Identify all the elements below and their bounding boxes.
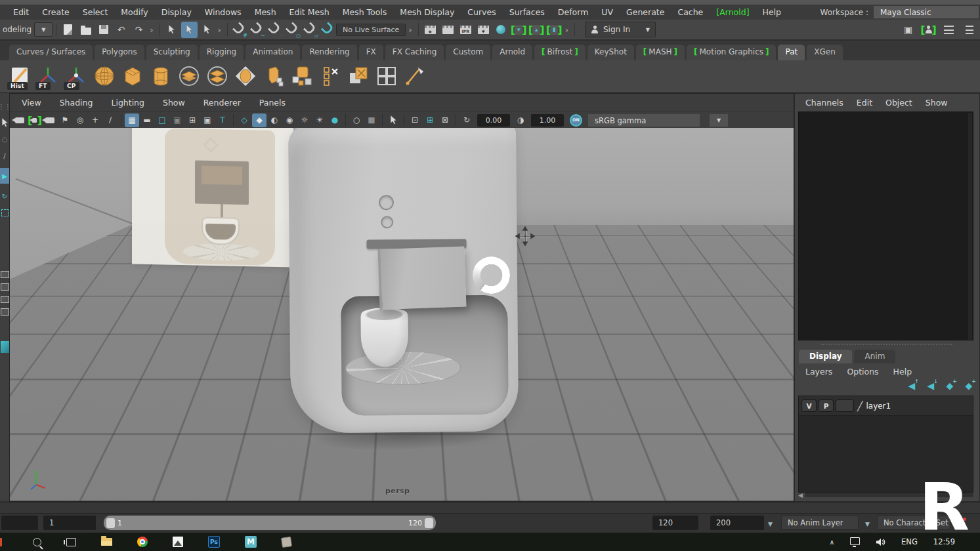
shelf-tab-rigging[interactable]: Rigging [200, 45, 244, 60]
colorspace-dropdown-arrow[interactable]: ▼ [710, 114, 728, 127]
menu-curves[interactable]: Curves [461, 7, 502, 17]
shelf-tab-mash[interactable]: [MASH] [636, 45, 685, 60]
textured-icon[interactable]: ◉ [282, 113, 297, 127]
select-tool-icon[interactable] [1, 119, 9, 127]
select-camera-icon[interactable] [12, 113, 27, 127]
wireframe-icon[interactable]: ◇ [237, 113, 251, 127]
shelf-tab-sculpting[interactable]: Sculpting [146, 45, 198, 60]
snap-curve-icon[interactable]: ~ [249, 22, 265, 38]
layer-name[interactable]: layer1 [866, 401, 891, 411]
smooth-shade-icon[interactable]: ◆ [252, 113, 266, 127]
character-set-dropdown[interactable]: No Character Set [877, 516, 950, 530]
range-slider[interactable]: 1 120 [104, 516, 436, 530]
grease-pencil-icon[interactable]: ∕ [103, 113, 117, 127]
taskbar-task-view-icon[interactable] [66, 538, 76, 546]
character-controls-icon[interactable] [920, 22, 937, 38]
layer-menu-options[interactable]: Options [847, 367, 878, 377]
use-all-lights-icon[interactable]: ☼ [297, 113, 312, 127]
save-scene-icon[interactable] [95, 22, 112, 38]
safe-action-icon[interactable]: ▣ [200, 113, 215, 127]
menu-mesh-display[interactable]: Mesh Display [393, 7, 461, 17]
shelf-item-history-tool[interactable]: Hist [7, 62, 33, 90]
anim-layer-dropdown[interactable]: No Anim Layer [781, 516, 859, 530]
menu-display[interactable]: Display [155, 7, 198, 17]
four-pane-layout-button[interactable] [1, 283, 9, 291]
paint-select-tool-icon[interactable]: ∕ [1, 152, 9, 159]
image-plane-icon[interactable]: ◎ [73, 113, 87, 127]
backface-culling-icon[interactable]: ■ [364, 113, 379, 127]
collapse-arrow[interactable]: › [150, 25, 153, 35]
arnold-render-icon[interactable]: ▴ [528, 22, 545, 38]
snap-projected-center-icon[interactable]: ○ [284, 22, 301, 38]
layer-tab-display[interactable]: Display [799, 350, 852, 363]
select-object-icon[interactable] [181, 22, 198, 38]
auto-keyframe-toggle[interactable] [953, 518, 966, 529]
channel-box-menu-channels[interactable]: Channels [805, 98, 843, 108]
new-empty-layer-icon[interactable]: ◆+ [943, 380, 956, 391]
shelf-item-smooth[interactable] [289, 62, 315, 90]
menu-mesh-tools[interactable]: Mesh Tools [336, 7, 394, 17]
modeling-toolkit-icon[interactable]: ▣ [900, 22, 916, 38]
anim-start-field[interactable] [1, 516, 38, 530]
network-icon[interactable] [850, 537, 860, 545]
menu-edit[interactable]: Edit [7, 7, 35, 17]
shelf-item-combine[interactable] [176, 62, 202, 90]
channel-box-toggle-icon[interactable] [961, 22, 977, 38]
flat-shade-icon[interactable]: ◐ [267, 113, 282, 127]
render-setup-icon[interactable] [493, 22, 509, 38]
channel-box-menu-edit[interactable]: Edit [857, 98, 872, 108]
bookmark-icon[interactable]: ⚑ [58, 113, 72, 127]
menu-deform[interactable]: Deform [551, 7, 595, 17]
anim-end-field[interactable]: 200 [710, 516, 764, 530]
make-live-icon[interactable] [320, 22, 336, 38]
occlusion-icon[interactable]: ● [328, 113, 342, 127]
menu-help[interactable]: Help [756, 7, 788, 17]
layer-color-swatch[interactable] [836, 399, 854, 412]
snap-point-icon[interactable]: · [266, 22, 283, 38]
anim-layer-dropdown-arrow[interactable]: ▼ [768, 521, 773, 527]
viewport-menu-lighting[interactable]: Lighting [111, 98, 144, 108]
attribute-editor-icon[interactable] [941, 22, 957, 38]
single-pane-layout-button[interactable] [1, 271, 9, 278]
persp-outliner-layout-button[interactable] [1, 296, 9, 303]
taskbar-photos-icon[interactable] [173, 537, 183, 547]
shelf-tab-pat[interactable]: Pat [778, 45, 805, 60]
playback-end-field[interactable]: 120 [652, 516, 698, 530]
menu-uv[interactable]: UV [595, 7, 620, 17]
shelf-item-poly-cylinder[interactable] [148, 62, 174, 90]
viewport-menu-panels[interactable]: Panels [259, 98, 286, 108]
character-set-dropdown-arrow[interactable]: ▼ [865, 521, 870, 527]
scale-tool-icon[interactable] [1, 209, 9, 216]
shelf-tab-fx-caching[interactable]: FX Caching [385, 45, 444, 60]
clock[interactable]: 12:59 [933, 537, 955, 546]
select-hierarchy-icon[interactable] [163, 22, 180, 38]
lasso-tool-icon[interactable]: ◌ [1, 135, 9, 143]
select-component-icon[interactable] [199, 22, 215, 38]
scroll-track[interactable] [805, 493, 973, 497]
hypershade-layout-button[interactable] [1, 308, 9, 316]
viewport-menu-view[interactable]: View [22, 98, 41, 108]
film-gate-icon[interactable]: ▬ [140, 113, 154, 127]
arnold-ipr-icon[interactable]: ▮ [546, 22, 563, 38]
range-end-handle[interactable] [425, 518, 433, 528]
sign-in-button[interactable]: Sign In▼ [585, 22, 656, 37]
two-d-pan-icon[interactable]: + [88, 113, 102, 127]
layer-menu-layers[interactable]: Layers [805, 367, 832, 377]
shelf-tab-curves-surfaces[interactable]: Curves / Surfaces [9, 45, 93, 60]
taskbar-file-explorer-icon[interactable] [101, 538, 112, 546]
layer-row[interactable]: V P ╱ layer1 [799, 396, 973, 416]
shelf-item-multi-cut[interactable] [373, 62, 400, 90]
shelf-item-duplicate-special[interactable] [345, 62, 372, 90]
taskbar-chrome-icon[interactable] [137, 537, 148, 547]
menu-modify[interactable]: Modify [114, 7, 154, 17]
workspace-selector[interactable]: Maya Classic [874, 6, 979, 18]
channel-box-menu-show[interactable]: Show [926, 98, 948, 108]
shelf-item-freeze-transform-tool[interactable]: FT [35, 62, 61, 90]
shelf-tab-polygons[interactable]: Polygons [95, 45, 144, 60]
menu-select[interactable]: Select [76, 7, 115, 17]
shelf-item-quad-draw[interactable] [402, 62, 428, 90]
panel-splitter[interactable] [821, 344, 952, 345]
render-current-frame-icon[interactable] [440, 22, 456, 38]
taskbar-paint-3d-icon[interactable] [282, 537, 291, 547]
new-layer-from-selected-icon[interactable]: ◆+ [962, 380, 975, 391]
